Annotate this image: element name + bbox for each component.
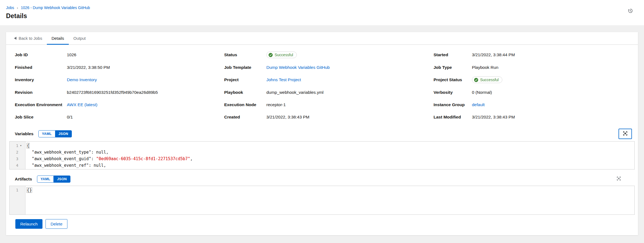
delete-button[interactable]: Delete: [45, 219, 67, 229]
line-number: 1: [10, 187, 25, 193]
check-circle-icon: [474, 78, 478, 82]
detail-label: Playbook: [224, 90, 266, 95]
variables-section-header: Variables YAMLJSON: [6, 126, 638, 141]
detail-item: Job ID1026: [15, 49, 216, 61]
artifacts-code-editor[interactable]: 1 {}: [9, 186, 635, 215]
detail-label: Created: [224, 115, 266, 120]
breadcrumb: Jobs›1026 - Dump Webhook Variables GitHu…: [6, 5, 638, 10]
variables-editor-gutter: 1▾2345: [10, 142, 25, 169]
code-line: {: [27, 142, 634, 149]
code-line: "awx_webhook_event_guid": "0ed69aac-6035…: [27, 156, 634, 162]
detail-item: Job TypePlaybook Run: [434, 61, 635, 74]
detail-value-link[interactable]: AWX EE (latest): [67, 102, 97, 107]
detail-label: Status: [224, 52, 266, 57]
detail-label: Started: [434, 52, 472, 57]
artifacts-toggle-yaml[interactable]: YAML: [37, 176, 54, 183]
code-line: "awx_webhook_event_type": null,: [27, 149, 634, 156]
line-number: 2: [10, 149, 25, 156]
line-number: 1▾: [10, 142, 25, 149]
artifacts-editor-code[interactable]: {}: [25, 186, 634, 214]
tab-back-label: Back to Jobs: [19, 36, 42, 41]
status-badge: Successful: [266, 52, 297, 58]
detail-value: Playbook Run: [472, 65, 498, 70]
detail-item: InventoryDemo Inventory: [15, 74, 216, 86]
detail-label: Project Status: [434, 77, 472, 82]
variables-code-editor[interactable]: 1▾2345 { "awx_webhook_event_type": null,…: [9, 141, 635, 169]
detail-item: Job Slice0/1: [15, 111, 216, 123]
artifacts-label: Artifacts: [15, 177, 32, 182]
detail-value: 3/21/2022, 3:38:50 PM: [67, 65, 110, 70]
detail-label: Job Slice: [15, 115, 67, 120]
detail-label: Revision: [15, 90, 67, 95]
detail-item: Started3/21/2022, 3:38:44 PM: [434, 49, 635, 61]
detail-label: Verbosity: [434, 90, 472, 95]
detail-item: Instance Groupdefault: [434, 98, 635, 111]
line-number: 5: [10, 169, 25, 169]
tab-details-label: Details: [52, 36, 64, 41]
status-badge: Successful: [472, 77, 502, 83]
detail-item: Created3/21/2022, 3:38:43 PM: [224, 111, 425, 123]
artifacts-section-header: Artifacts YAMLJSON: [6, 172, 638, 186]
detail-value: 0/1: [67, 115, 73, 120]
detail-value-link[interactable]: Demo Inventory: [67, 77, 97, 82]
check-circle-icon: [269, 53, 273, 57]
page-title: Details: [6, 12, 638, 20]
breadcrumb-separator: ›: [17, 6, 18, 10]
page-header: Jobs›1026 - Dump Webhook Variables GitHu…: [0, 0, 644, 25]
code-line: {}: [27, 187, 634, 193]
detail-value-link[interactable]: Johns Test Project: [266, 77, 301, 82]
detail-label: Execution Environment: [15, 102, 67, 107]
detail-label: Job Template: [224, 65, 266, 70]
tab-details[interactable]: Details: [47, 32, 69, 44]
detail-item: Project StatusSuccessful: [434, 74, 635, 86]
code-line: "awx_webhook_event_ref": null,: [27, 162, 634, 169]
tab-bar: Back to Jobs Details Output: [6, 32, 638, 45]
relaunch-button[interactable]: Relaunch: [15, 219, 42, 229]
status-badge-label: Successful: [275, 53, 293, 57]
line-number: 4: [10, 162, 25, 169]
detail-value: 3/21/2022, 3:38:43 PM: [266, 115, 309, 120]
artifacts-format-toggle: YAMLJSON: [37, 176, 70, 183]
page-content: Back to Jobs Details Output Job ID1026St…: [0, 25, 644, 235]
detail-label: Instance Group: [434, 102, 472, 107]
detail-item: Job TemplateDump Webhook Variables GitHu…: [224, 61, 425, 74]
detail-item: ProjectJohns Test Project: [224, 74, 425, 86]
variables-label: Variables: [15, 131, 33, 136]
detail-item: Execution Nodereceptor-1: [224, 98, 425, 111]
breadcrumb-item[interactable]: Jobs: [6, 5, 14, 10]
detail-value-link[interactable]: default: [472, 102, 485, 107]
detail-value: receptor-1: [266, 102, 286, 107]
detail-item: Revisionb2402723f6816903251fd352f949b70e…: [15, 86, 216, 98]
history-icon: [628, 10, 633, 14]
detail-item: Last Modified3/21/2022, 3:38:43 PM: [434, 111, 635, 123]
fold-arrow-icon[interactable]: ▾: [18, 142, 23, 149]
detail-value-link[interactable]: Dump Webhook Variables GitHub: [266, 65, 330, 70]
detail-value: b2402723f6816903251fd352f949b70ea26d89b5: [67, 90, 158, 95]
detail-label: Inventory: [15, 77, 67, 82]
expand-arrows-icon: [623, 131, 628, 137]
breadcrumb-item[interactable]: 1026 - Dump Webhook Variables GitHub: [21, 5, 90, 10]
detail-item: Verbosity0 (Normal): [434, 86, 635, 98]
detail-value: 3/21/2022, 3:38:43 PM: [472, 115, 515, 120]
tab-back-to-jobs[interactable]: Back to Jobs: [9, 32, 47, 44]
detail-value: 0 (Normal): [472, 90, 492, 95]
caret-left-icon: [14, 36, 16, 41]
history-button[interactable]: [628, 8, 633, 14]
variables-toggle-yaml[interactable]: YAML: [38, 130, 55, 137]
detail-item: Finished3/21/2022, 3:38:50 PM: [15, 61, 216, 74]
expand-variables-button[interactable]: [619, 129, 632, 139]
detail-item: Playbookdump_webhook_variables.yml: [224, 86, 425, 98]
tab-output[interactable]: Output: [69, 32, 90, 44]
detail-label: Execution Node: [224, 102, 266, 107]
tab-output-label: Output: [73, 36, 86, 41]
detail-label: Last Modified: [434, 115, 472, 120]
expand-artifacts-button[interactable]: [613, 174, 625, 183]
artifacts-editor-gutter: 1: [10, 186, 25, 214]
artifacts-toggle-json[interactable]: JSON: [54, 176, 70, 183]
detail-item: Execution EnvironmentAWX EE (latest): [15, 98, 216, 111]
expand-arrows-icon: [617, 176, 621, 182]
variables-toggle-json[interactable]: JSON: [55, 130, 72, 137]
detail-value: 1026: [67, 52, 76, 57]
detail-label: Finished: [15, 65, 67, 70]
variables-editor-code[interactable]: { "awx_webhook_event_type": null, "awx_w…: [25, 142, 634, 169]
